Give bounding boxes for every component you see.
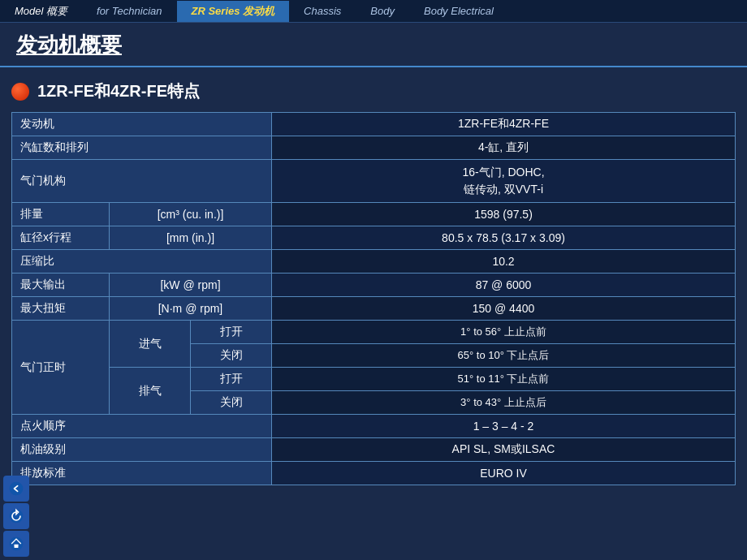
table-row: 最大输出 [kW @ rpm] 87 @ 6000 xyxy=(12,274,736,297)
refresh-icon[interactable] xyxy=(3,503,29,529)
table-row-ignition: 点火顺序 1 – 3 – 4 - 2 xyxy=(12,415,736,438)
label-ignition: 点火顺序 xyxy=(12,415,272,438)
value-max-torque: 150 @ 4400 xyxy=(272,297,736,321)
table-row-oil: 机油级别 API SL, SM或ILSAC xyxy=(12,438,736,462)
label-max-output: 最大输出 xyxy=(12,274,110,297)
nav-chassis[interactable]: Chassis xyxy=(289,2,356,20)
sublabel-exhaust: 排气 xyxy=(110,368,191,415)
label-valve-timing: 气门正时 xyxy=(12,321,110,415)
action-exhaust-close: 关闭 xyxy=(191,391,272,415)
value-valve-mech: 16-气门, DOHC,链传动, 双VVT-i xyxy=(272,160,736,203)
value-emission: EURO IV xyxy=(272,462,736,485)
label-emission: 排放标准 xyxy=(12,462,272,485)
value-ignition: 1 – 3 – 4 - 2 xyxy=(272,415,736,438)
label-bore-stroke: 缸径x行程 xyxy=(12,226,110,250)
table-row: 气门机构 16-气门, DOHC,链传动, 双VVT-i xyxy=(12,160,736,203)
page-title: 发动机概要 xyxy=(0,23,747,67)
nav-zr[interactable]: ZR Series 发动机 xyxy=(177,1,290,22)
table-row-emission: 排放标准 EURO IV xyxy=(12,462,736,485)
table-row: 汽缸数和排列 4-缸, 直列 xyxy=(12,136,736,160)
label-max-torque: 最大扭矩 xyxy=(12,297,110,321)
section-header: 1ZR-FE和4ZR-FE特点 xyxy=(0,75,747,107)
action-exhaust-open: 打开 xyxy=(191,368,272,391)
home-icon[interactable] xyxy=(3,531,29,557)
table-row: 缸径x行程 [mm (in.)] 80.5 x 78.5 (3.17 x 3.0… xyxy=(12,226,736,250)
value-exhaust-close: 3° to 43° 上止点后 xyxy=(272,391,736,415)
value-oil: API SL, SM或ILSAC xyxy=(272,438,736,462)
unit-max-torque: [N·m @ rpm] xyxy=(110,297,272,321)
nav-bar: Model 概要 for Technician ZR Series 发动机 Ch… xyxy=(0,0,747,23)
section-title: 1ZR-FE和4ZR-FE特点 xyxy=(37,80,200,102)
value-bore-stroke: 80.5 x 78.5 (3.17 x 3.09) xyxy=(272,226,736,250)
bottom-icons xyxy=(0,472,32,560)
label-displacement: 排量 xyxy=(12,203,110,226)
svg-point-0 xyxy=(10,482,24,496)
value-cylinders: 4-缸, 直列 xyxy=(272,136,736,160)
table-row: 排量 [cm³ (cu. in.)] 1598 (97.5) xyxy=(12,203,736,226)
unit-max-output: [kW @ rpm] xyxy=(110,274,272,297)
unit-displacement: [cm³ (cu. in.)] xyxy=(110,203,272,226)
value-intake-open: 1° to 56° 上止点前 xyxy=(272,321,736,344)
label-oil: 机油级别 xyxy=(12,438,272,462)
table-row: 发动机 1ZR-FE和4ZR-FE xyxy=(12,113,736,136)
nav-technician[interactable]: for Technician xyxy=(82,2,176,20)
value-max-output: 87 @ 6000 xyxy=(272,274,736,297)
value-engine: 1ZR-FE和4ZR-FE xyxy=(272,113,736,136)
label-engine: 发动机 xyxy=(12,113,272,136)
table-row-vt1: 气门正时 进气 打开 1° to 56° 上止点前 xyxy=(12,321,736,344)
data-table: 发动机 1ZR-FE和4ZR-FE 汽缸数和排列 4-缸, 直列 气门机构 16… xyxy=(11,112,736,485)
nav-body[interactable]: Body xyxy=(356,2,409,20)
value-displacement: 1598 (97.5) xyxy=(272,203,736,226)
unit-bore-stroke: [mm (in.)] xyxy=(110,226,272,250)
section-icon xyxy=(11,83,29,101)
table-row: 压缩比 10.2 xyxy=(12,250,736,274)
sublabel-intake: 进气 xyxy=(110,321,191,368)
nav-body-electrical[interactable]: Body Electrical xyxy=(409,2,508,20)
table-row-vt3: 排气 打开 51° to 11° 下止点前 xyxy=(12,368,736,391)
value-compression: 10.2 xyxy=(272,250,736,274)
back-icon[interactable] xyxy=(3,476,29,502)
label-cylinders: 汽缸数和排列 xyxy=(12,136,272,160)
value-exhaust-open: 51° to 11° 下止点前 xyxy=(272,368,736,391)
value-intake-close: 65° to 10° 下止点后 xyxy=(272,344,736,368)
label-compression: 压缩比 xyxy=(12,250,272,274)
label-valve-mech: 气门机构 xyxy=(12,160,272,203)
action-intake-close: 关闭 xyxy=(191,344,272,368)
nav-model[interactable]: Model 概要 xyxy=(0,1,82,22)
action-intake-open: 打开 xyxy=(191,321,272,344)
svg-rect-3 xyxy=(15,545,19,548)
table-row: 最大扭矩 [N·m @ rpm] 150 @ 4400 xyxy=(12,297,736,321)
